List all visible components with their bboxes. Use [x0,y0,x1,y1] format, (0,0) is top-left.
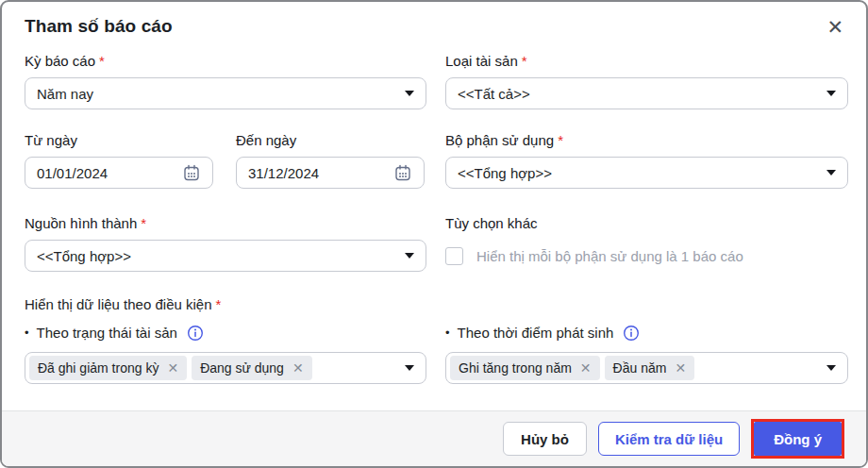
dialog-footer: Hủy bỏ Kiểm tra dữ liệu Đồng ý [2,410,866,466]
dialog-body: Kỳ báo cáo* Năm nay Loại tài sản* <<Tất … [2,37,866,410]
field-department: Bộ phận sử dụng* <<Tổng hợp>> [445,132,848,189]
tag-label: Đầu năm [613,360,667,376]
chevron-down-icon [405,91,414,96]
check-data-button[interactable]: Kiểm tra dữ liệu [598,422,740,456]
arising-time-label-row: • Theo thời điểm phát sinh [445,324,848,342]
field-from-date: Từ ngày 01/01/2024 [25,132,213,189]
report-period-label: Kỳ báo cáo* [25,53,426,69]
label-text: Kỳ báo cáo [25,53,95,69]
department-value: <<Tổng hợp>> [458,165,819,181]
dialog-header: Tham số báo cáo ✕ [2,2,866,37]
chevron-down-icon [405,253,414,259]
arising-time-multiselect[interactable]: Ghi tăng trong năm ✕ Đầu năm ✕ [445,352,848,384]
required-asterisk: * [99,53,105,69]
dialog-title: Tham số báo cáo [25,16,173,37]
label-text: Hiển thị dữ liệu theo điều kiện [25,296,212,312]
field-other-options: Tùy chọn khác Hiển thị mỗi bộ phận sử dụ… [445,215,848,272]
formation-source-select[interactable]: <<Tổng hợp>> [25,240,426,272]
tag: Đầu năm ✕ [605,356,695,380]
tag-list: Ghi tăng trong năm ✕ Đầu năm ✕ [450,356,819,380]
tag-remove-icon[interactable]: ✕ [675,360,686,376]
tag: Đang sử dụng ✕ [192,356,312,380]
report-parameters-dialog: Tham số báo cáo ✕ Kỳ báo cáo* Năm nay Lo… [0,0,868,468]
department-label: Bộ phận sử dụng* [445,132,848,148]
field-arising-time: • Theo thời điểm phát sinh Ghi tăng tron… [445,324,848,384]
chevron-down-icon [826,365,836,371]
chevron-down-icon [826,170,836,176]
from-date-input[interactable]: 01/01/2024 [25,157,213,189]
tag: Ghi tăng trong năm ✕ [450,356,600,380]
required-asterisk: * [522,53,527,69]
required-asterisk: * [558,132,563,148]
report-period-select[interactable]: Năm nay [25,77,426,109]
ok-button[interactable]: Đồng ý [754,422,842,456]
tag: Đã ghi giảm trong kỳ ✕ [29,356,187,380]
report-period-value: Năm nay [37,86,397,102]
info-icon[interactable] [623,325,640,342]
chevron-down-icon [405,365,414,371]
tag-remove-icon[interactable]: ✕ [580,360,592,376]
date-range: Từ ngày 01/01/2024 [25,132,426,189]
field-asset-type: Loại tài sản* <<Tất cả>> [445,53,848,109]
cancel-button[interactable]: Hủy bỏ [503,422,587,456]
field-to-date: Đến ngày 31/12/2024 [236,132,425,189]
label-text: Bộ phận sử dụng [445,132,554,148]
per-department-checkbox[interactable] [445,247,463,265]
from-date-value: 01/01/2024 [37,165,175,181]
arising-time-label: Theo thời điểm phát sinh [458,325,614,341]
per-department-checkbox-label[interactable]: Hiển thị mỗi bộ phận sử dụng là 1 báo cá… [476,248,743,264]
from-date-label: Từ ngày [25,132,213,148]
calendar-icon[interactable] [182,163,201,182]
bullet-icon: • [25,326,29,339]
asset-type-label: Loại tài sản* [445,53,848,69]
other-options-label: Tùy chọn khác [445,215,848,231]
tag-label: Ghi tăng trong năm [459,360,572,376]
formation-source-label: Nguồn hình thành* [25,215,426,231]
info-icon[interactable] [187,325,204,342]
tag-label: Đang sử dụng [200,360,284,376]
field-report-period: Kỳ báo cáo* Năm nay [25,53,426,109]
label-text: Loại tài sản [445,53,518,69]
field-formation-source: Nguồn hình thành* <<Tổng hợp>> [25,215,426,272]
tag-list: Đã ghi giảm trong kỳ ✕ Đang sử dụng ✕ [29,356,397,380]
to-date-input[interactable]: 31/12/2024 [236,157,425,189]
formation-source-value: <<Tổng hợp>> [37,248,397,264]
red-highlight-annotation: Đồng ý [751,419,844,459]
to-date-label: Đến ngày [236,132,425,148]
asset-status-label: Theo trạng thái tài sản [37,325,177,341]
per-department-option: Hiển thị mỗi bộ phận sử dụng là 1 báo cá… [445,240,848,272]
tag-remove-icon[interactable]: ✕ [167,360,178,376]
calendar-icon[interactable] [393,163,412,182]
asset-status-multiselect[interactable]: Đã ghi giảm trong kỳ ✕ Đang sử dụng ✕ [25,352,426,384]
condition-section-heading: Hiển thị dữ liệu theo điều kiện* [25,296,843,312]
tag-label: Đã ghi giảm trong kỳ [38,360,159,376]
bullet-icon: • [445,326,450,339]
asset-status-label-row: • Theo trạng thái tài sản [25,324,426,342]
department-select[interactable]: <<Tổng hợp>> [445,157,848,189]
close-icon[interactable]: ✕ [826,18,843,37]
to-date-value: 31/12/2024 [248,165,386,181]
asset-type-select[interactable]: <<Tất cả>> [445,77,848,109]
field-asset-status: • Theo trạng thái tài sản Đã ghi giảm tr… [25,324,426,384]
asset-type-value: <<Tất cả>> [458,86,819,102]
label-text: Nguồn hình thành [25,215,137,231]
required-asterisk: * [141,215,146,231]
chevron-down-icon [826,91,836,96]
tag-remove-icon[interactable]: ✕ [292,360,304,376]
required-asterisk: * [216,296,222,312]
